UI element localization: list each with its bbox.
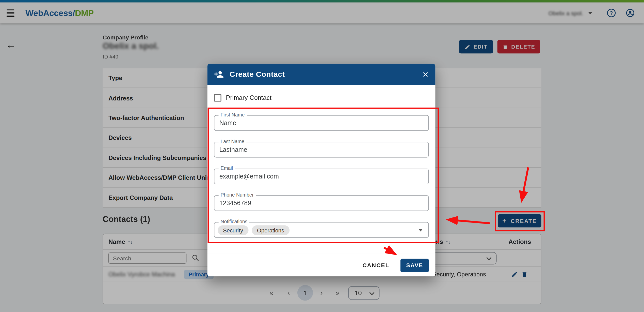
email-field[interactable]: Email example@email.com xyxy=(214,169,429,184)
notifications-label: Notifications xyxy=(218,219,249,225)
first-name-field[interactable]: First Name Name xyxy=(214,115,429,131)
cancel-button[interactable]: CANCEL xyxy=(362,262,389,269)
modal-footer: CANCEL SAVE xyxy=(207,254,436,276)
modal-header: Create Contact ✕ xyxy=(207,64,436,85)
chip-operations: Operations xyxy=(252,225,289,235)
last-name-value[interactable]: Lastname xyxy=(214,142,428,157)
first-name-value[interactable]: Name xyxy=(214,115,428,130)
last-name-label: Last Name xyxy=(218,139,246,144)
first-name-label: First Name xyxy=(218,112,247,118)
primary-contact-label: Primary Contact xyxy=(226,94,272,101)
email-label: Email xyxy=(218,165,235,171)
save-button[interactable]: SAVE xyxy=(400,259,429,272)
create-contact-modal: Create Contact ✕ Primary Contact First N… xyxy=(207,64,436,276)
phone-label: Phone Number xyxy=(218,192,256,198)
primary-contact-checkbox[interactable] xyxy=(214,94,221,101)
notifications-field[interactable]: Notifications Security Operations xyxy=(214,222,429,237)
modal-title: Create Contact xyxy=(230,70,285,79)
email-value[interactable]: example@email.com xyxy=(214,169,428,184)
phone-value[interactable]: 123456789 xyxy=(214,196,428,211)
last-name-field[interactable]: Last Name Lastname xyxy=(214,142,429,157)
phone-field[interactable]: Phone Number 123456789 xyxy=(214,195,429,211)
dropdown-caret-icon[interactable] xyxy=(418,229,423,232)
close-button[interactable]: ✕ xyxy=(422,70,429,78)
chip-security: Security xyxy=(218,225,248,235)
person-add-icon xyxy=(214,69,224,79)
